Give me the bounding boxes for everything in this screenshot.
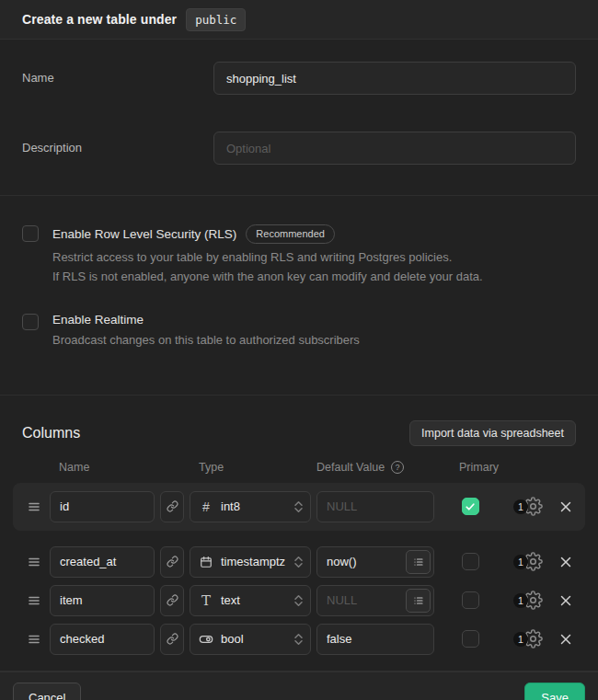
column-name-input[interactable] (50, 546, 155, 578)
link-icon (167, 633, 178, 645)
column-settings-button[interactable]: 1 (506, 591, 550, 610)
primary-checkbox[interactable] (462, 630, 479, 648)
hash-icon: # (199, 499, 213, 514)
description-field-row: Description (22, 132, 576, 165)
primary-checkbox[interactable] (462, 553, 479, 570)
columns-section: Columns Import data via spreadsheet Name… (0, 396, 598, 671)
column-type-select[interactable]: bool (190, 624, 311, 655)
default-menu-button[interactable] (406, 589, 431, 613)
close-icon (559, 594, 572, 607)
close-icon (559, 556, 572, 568)
settings-count-badge: 1 (513, 555, 528, 569)
column-settings-button[interactable]: 1 (506, 497, 550, 516)
close-icon (559, 633, 572, 646)
column-name-input[interactable] (50, 624, 155, 655)
list-menu-icon (413, 595, 424, 606)
link-icon (167, 556, 178, 568)
chevron-up-down-icon (293, 633, 304, 646)
columns-table-header: Name Type Default Value ? Primary (0, 461, 598, 474)
column-row: T text 1 (0, 584, 598, 617)
name-field-row: Name (22, 62, 576, 95)
column-rows: # int8 1 (0, 483, 598, 656)
column-type-select[interactable]: timestamptz (190, 546, 311, 578)
default-value-input[interactable] (316, 491, 434, 522)
chevron-up-down-icon (293, 500, 304, 513)
chevron-up-down-icon (293, 556, 304, 568)
remove-column-button[interactable] (556, 594, 576, 607)
header-primary: Primary (440, 461, 500, 474)
settings-count-badge: 1 (513, 593, 528, 608)
import-spreadsheet-button[interactable]: Import data via spreadsheet (409, 420, 576, 446)
cancel-button[interactable]: Cancel (13, 683, 81, 700)
column-row: # int8 1 (13, 490, 585, 523)
primary-checkbox[interactable] (462, 591, 479, 609)
remove-column-button[interactable] (556, 500, 576, 513)
realtime-label: Enable Realtime (52, 313, 144, 327)
rls-label: Enable Row Level Security (RLS) (52, 227, 236, 241)
column-type-select[interactable]: # int8 (190, 491, 311, 522)
settings-count-badge: 1 (513, 499, 528, 514)
toggle-icon (199, 632, 213, 647)
dialog-header: Create a new table under public (0, 0, 598, 40)
drag-handle-icon[interactable] (24, 594, 44, 607)
drag-handle-icon[interactable] (24, 500, 44, 513)
realtime-checkbox[interactable] (22, 314, 39, 330)
dialog-footer: Cancel Save (0, 671, 598, 700)
close-icon (559, 500, 572, 513)
column-type-label: int8 (221, 499, 286, 513)
column-row: timestamptz 1 (0, 545, 598, 579)
table-description-input[interactable] (213, 132, 576, 165)
calendar-icon (199, 556, 213, 568)
column-name-input[interactable] (50, 491, 155, 522)
columns-heading: Columns (22, 425, 80, 442)
rls-toggle-row: Enable Row Level Security (RLS) Recommen… (22, 224, 576, 287)
schema-badge: public (186, 8, 246, 31)
table-name-input[interactable] (213, 62, 576, 95)
default-value-input[interactable] (316, 624, 434, 655)
save-button[interactable]: Save (524, 683, 585, 700)
realtime-description: Broadcast changes on this table to autho… (52, 331, 360, 350)
column-type-select[interactable]: T text (190, 585, 311, 616)
column-row: bool 1 (0, 623, 598, 656)
remove-column-button[interactable] (556, 633, 576, 646)
column-type-label: bool (221, 632, 286, 646)
name-label: Name (22, 62, 213, 85)
foreign-key-button[interactable] (160, 624, 184, 655)
default-value-help-icon[interactable]: ? (391, 461, 404, 474)
column-name-input[interactable] (50, 585, 155, 616)
foreign-key-button[interactable] (160, 491, 184, 522)
recommended-badge: Recommended (246, 224, 335, 244)
drag-handle-icon[interactable] (24, 556, 44, 568)
primary-checkbox[interactable] (462, 498, 479, 515)
list-menu-icon (413, 557, 424, 568)
dialog-title: Create a new table under (22, 12, 177, 27)
header-type: Type (190, 461, 311, 474)
column-settings-button[interactable]: 1 (506, 552, 550, 571)
rls-checkbox[interactable] (22, 225, 39, 242)
header-default-value: Default Value (316, 461, 385, 474)
header-name: Name (50, 461, 155, 474)
create-table-dialog: Create a new table under public Name Des… (0, 0, 598, 700)
settings-count-badge: 1 (513, 632, 528, 647)
link-icon (167, 594, 178, 606)
rls-description: Restrict access to your table by enablin… (52, 248, 483, 287)
default-menu-button[interactable] (406, 550, 431, 574)
description-label: Description (22, 132, 213, 155)
drag-handle-icon[interactable] (24, 633, 44, 646)
link-icon (167, 500, 178, 512)
primary-row-highlight: # int8 1 (13, 483, 585, 531)
chevron-up-down-icon (293, 594, 304, 607)
toggles-section: Enable Row Level Security (RLS) Recommen… (0, 196, 598, 396)
remove-column-button[interactable] (556, 556, 576, 568)
foreign-key-button[interactable] (160, 546, 184, 578)
foreign-key-button[interactable] (160, 585, 184, 616)
column-type-label: text (221, 593, 286, 607)
realtime-toggle-row: Enable Realtime Broadcast changes on thi… (22, 313, 576, 350)
text-type-icon: T (199, 592, 213, 609)
table-info-section: Name Description (0, 40, 598, 196)
column-type-label: timestamptz (221, 555, 286, 568)
column-settings-button[interactable]: 1 (506, 629, 550, 648)
